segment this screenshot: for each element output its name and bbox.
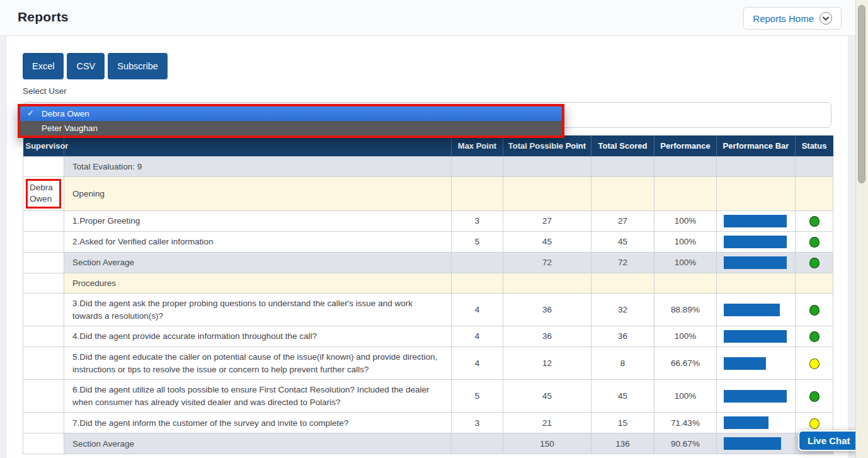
- performance-bar: [724, 215, 787, 227]
- max-point-cell: [452, 156, 503, 177]
- select-user-dropdown: ✓Debra OwenPeter Vaughan: [20, 106, 562, 135]
- table-row: 1.Proper Greeting32727100%: [23, 210, 833, 231]
- performance-cell: 88.89%: [654, 294, 717, 326]
- performance-bar-track: [724, 357, 787, 370]
- performance-bar-cell: [717, 433, 796, 454]
- performance-cell: 71.43%: [654, 413, 717, 433]
- table-row: 3.Did the agent ask the proper probing q…: [23, 294, 833, 326]
- table-row: Procedures: [23, 273, 833, 294]
- column-header: Total Scored: [591, 135, 654, 156]
- supervisor-cell: [23, 252, 64, 273]
- total-possible-point-cell: 45: [503, 380, 591, 413]
- performance-bar-track: [724, 304, 787, 316]
- max-point-cell: 5: [452, 231, 503, 252]
- max-point-cell: [452, 433, 503, 454]
- supervisor-cell: Debra Owen: [23, 177, 64, 210]
- performance-cell: 100%: [654, 326, 717, 347]
- total-scored-cell: [591, 273, 654, 294]
- total-possible-point-cell: [503, 156, 591, 177]
- column-header: Supervisor: [23, 135, 64, 156]
- performance-bar-cell: [717, 252, 796, 273]
- supervisor-cell: [23, 294, 64, 326]
- total-possible-point-cell: 36: [503, 326, 591, 347]
- status-cell: [796, 231, 833, 252]
- performance-bar-track: [724, 437, 787, 450]
- reports-home-button[interactable]: Reports Home: [743, 7, 842, 30]
- performance-cell: [654, 177, 717, 210]
- export-toolbar: Excel CSV Subscribe: [23, 53, 168, 79]
- live-chat-button[interactable]: Live Chat: [798, 430, 860, 451]
- total-possible-point-cell: [503, 177, 591, 210]
- checkmark-icon: ✓: [27, 108, 34, 118]
- total-possible-point-cell: 27: [503, 210, 591, 231]
- performance-bar-cell: [717, 380, 796, 413]
- total-scored-cell: 27: [591, 210, 654, 231]
- scrollbar-thumb[interactable]: [858, 5, 865, 183]
- max-point-cell: [452, 177, 503, 210]
- total-scored-cell: 8: [591, 347, 654, 380]
- table-row: 6.Did the agent utilize all tools possib…: [23, 380, 833, 413]
- performance-cell: 90.67%: [654, 433, 717, 454]
- performance-bar: [724, 236, 787, 248]
- table-row: 2.Asked for Verified caller information5…: [23, 231, 833, 252]
- status-green-icon: [809, 258, 819, 268]
- status-green-icon: [809, 305, 819, 316]
- max-point-cell: 5: [452, 380, 503, 413]
- performance-bar: [724, 357, 766, 370]
- performance-bar: [724, 437, 781, 450]
- total-scored-cell: 32: [591, 294, 654, 326]
- performance-cell: 100%: [654, 231, 717, 252]
- reports-home-label: Reports Home: [753, 13, 814, 24]
- column-header: Performance Bar: [717, 135, 796, 156]
- excel-button[interactable]: Excel: [23, 53, 64, 79]
- dropdown-option[interactable]: ✓Debra Owen: [20, 106, 562, 121]
- performance-cell: 100%: [654, 252, 717, 273]
- total-possible-point-cell: 150: [503, 433, 591, 454]
- supervisor-cell: [23, 156, 64, 177]
- performance-bar: [724, 256, 787, 269]
- question-cell: Section Average: [64, 252, 452, 273]
- total-scored-cell: 15: [591, 413, 654, 433]
- status-green-icon: [809, 237, 819, 248]
- question-cell: 4.Did the agent provide accurate informa…: [64, 326, 452, 347]
- question-cell: Procedures: [64, 273, 452, 294]
- total-scored-cell: 72: [591, 252, 654, 273]
- question-cell: Opening: [64, 177, 452, 210]
- status-green-icon: [809, 391, 819, 402]
- question-cell: 7.Did the agent inform the customer of t…: [64, 413, 452, 433]
- csv-button[interactable]: CSV: [67, 53, 105, 79]
- table-row: 7.Did the agent inform the customer of t…: [23, 413, 833, 433]
- supervisor-cell: [23, 231, 64, 252]
- performance-bar-cell: [717, 177, 796, 210]
- column-header: Status: [796, 135, 833, 156]
- performance-bar-cell: [717, 231, 796, 252]
- table-header-row: SupervisorMax PointTotal Possible PointT…: [23, 135, 833, 156]
- dropdown-option[interactable]: Peter Vaughan: [20, 121, 562, 135]
- question-cell: Section Average: [64, 433, 452, 454]
- question-cell: 6.Did the agent utilize all tools possib…: [64, 380, 452, 413]
- performance-cell: 100%: [654, 380, 717, 413]
- annotation-dropdown-highlight: ✓Debra OwenPeter Vaughan: [18, 104, 564, 138]
- total-scored-cell: 45: [591, 231, 654, 252]
- status-cell: [796, 177, 833, 210]
- supervisor-cell: [23, 413, 64, 433]
- performance-bar-cell: [717, 156, 796, 177]
- status-cell: [796, 210, 833, 231]
- performance-bar-cell: [717, 326, 796, 347]
- performance-cell: 66.67%: [654, 347, 717, 380]
- evaluation-report-table: SupervisorMax PointTotal Possible PointT…: [23, 135, 833, 454]
- performance-cell: 100%: [654, 210, 717, 231]
- performance-bar-track: [724, 236, 787, 248]
- total-possible-point-cell: [503, 273, 591, 294]
- max-point-cell: 3: [452, 210, 503, 231]
- total-scored-cell: 45: [591, 380, 654, 413]
- subscribe-button[interactable]: Subscribe: [108, 53, 167, 79]
- total-scored-cell: [591, 156, 654, 177]
- performance-bar-cell: [717, 413, 796, 433]
- status-green-icon: [809, 216, 819, 227]
- page-title: Reports: [18, 9, 69, 25]
- performance-cell: [654, 273, 717, 294]
- table-row: Total Evaluation: 9: [23, 156, 833, 177]
- status-cell: [796, 347, 833, 380]
- reports-screen: Reports Reports Home Excel CSV Subscribe…: [0, 0, 868, 458]
